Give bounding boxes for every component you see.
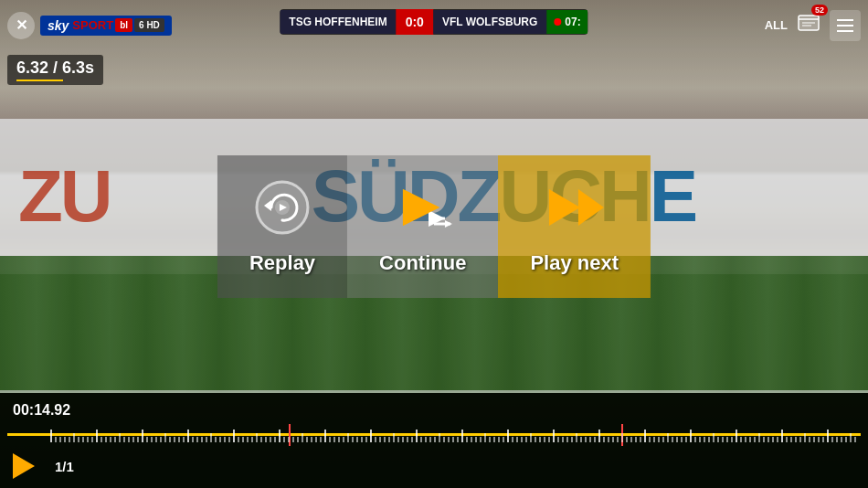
- menu-line-1: [837, 19, 853, 21]
- replay-button[interactable]: Replay: [217, 155, 347, 298]
- sport-text: SPORT: [72, 18, 113, 32]
- score: 0:0: [397, 9, 433, 35]
- continue-button[interactable]: Continue: [347, 155, 498, 298]
- play-next-button[interactable]: Play next: [498, 155, 651, 298]
- top-right-controls: ALL 52: [765, 10, 861, 41]
- menu-line-2: [837, 25, 853, 27]
- time-text: 07:: [565, 16, 580, 28]
- top-left-controls: ✕ sky SPORT bl 6 HD: [7, 12, 172, 39]
- all-label: ALL: [765, 18, 788, 32]
- score-bar: TSG HOFFENHEIM 0:0 VFL WOLFSBURG 07:: [280, 9, 587, 35]
- play-button[interactable]: [7, 450, 40, 483]
- sky-text: sky: [48, 18, 69, 33]
- continue-icon: [394, 178, 452, 240]
- time-underline: [16, 80, 63, 81]
- bottom-controls: 00:14.92 1/1: [0, 393, 868, 488]
- svg-marker-14: [578, 189, 604, 226]
- action-overlay: Replay Continue: [217, 155, 651, 298]
- notification-count: 52: [811, 5, 828, 16]
- play-next-label: Play next: [530, 251, 619, 275]
- continue-label: Continue: [379, 251, 466, 275]
- bl-badge: bl: [115, 18, 132, 32]
- time-text: 6.32 / 6.3s: [16, 58, 94, 78]
- recording-indicator: [554, 18, 561, 26]
- counter: 1/1: [55, 459, 74, 474]
- play-next-icon: [545, 178, 604, 240]
- replay-icon: [253, 178, 312, 240]
- time-display: 6.32 / 6.3s: [7, 55, 103, 85]
- match-time: 07:: [546, 10, 587, 34]
- close-button[interactable]: ✕: [7, 12, 35, 39]
- channel-logo: sky SPORT bl 6 HD: [40, 16, 172, 36]
- home-team: TSG HOFFENHEIM: [280, 10, 396, 34]
- hd-badge: 6 HD: [134, 18, 164, 32]
- playback-controls: 1/1: [7, 448, 74, 484]
- svg-marker-13: [549, 189, 580, 226]
- timestamp: 00:14.92: [7, 400, 76, 420]
- notification-icon[interactable]: 52: [795, 10, 822, 41]
- svg-marker-10: [403, 189, 439, 226]
- menu-button[interactable]: [830, 10, 861, 41]
- play-icon: [13, 453, 35, 479]
- replay-label: Replay: [249, 251, 315, 275]
- svg-marker-12: [445, 220, 452, 228]
- top-bar: ✕ sky SPORT bl 6 HD TSG HOFFENHEIM 0:0 V…: [0, 0, 868, 50]
- menu-line-3: [837, 30, 853, 32]
- away-team: VFL WOLFSBURG: [433, 10, 546, 34]
- tick-marks-area: [50, 426, 861, 442]
